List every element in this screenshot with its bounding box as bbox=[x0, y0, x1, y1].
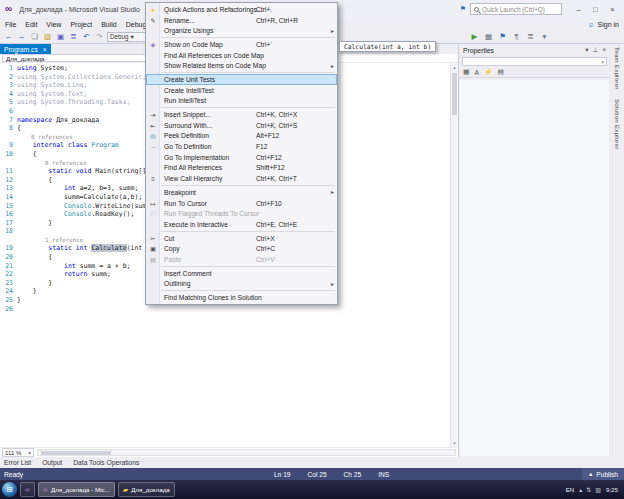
tab-program-cs[interactable]: Program.cs × bbox=[0, 44, 51, 54]
line-number[interactable]: 26 bbox=[0, 305, 17, 314]
action-center-icon[interactable]: ▥ bbox=[595, 486, 601, 493]
codelens-references[interactable]: 1 reference bbox=[17, 237, 83, 243]
taskbar-pinned-vs[interactable]: ∞ bbox=[20, 482, 35, 497]
context-menu-item-insert-snippet[interactable]: ⇥Insert Snippet...Ctrl+K, Ctrl+X bbox=[146, 109, 337, 120]
context-menu-item-show-on-code-map[interactable]: ◈Show on Code MapCtrl+` bbox=[146, 39, 337, 50]
open-file-icon[interactable]: ▨ bbox=[43, 32, 52, 41]
solution-configuration-dropdown[interactable]: Debug ▾ bbox=[107, 32, 149, 42]
menu-item-edit[interactable]: Edit bbox=[25, 21, 37, 28]
pin-icon[interactable]: ⊥ bbox=[593, 46, 599, 54]
scroll-down-icon[interactable]: ▾ bbox=[453, 440, 456, 446]
line-number[interactable]: 14 bbox=[0, 193, 17, 202]
new-file-icon[interactable]: ❏ bbox=[30, 32, 39, 41]
close-button[interactable]: × bbox=[608, 5, 617, 14]
context-menu-item-find-matching-clones-in-solution[interactable]: Find Matching Clones in Solution bbox=[146, 292, 337, 303]
categorized-icon[interactable]: ▦ bbox=[463, 68, 469, 76]
menu-item-file[interactable]: File bbox=[5, 21, 16, 28]
save-all-icon[interactable]: ≣ bbox=[69, 32, 78, 41]
line-number[interactable] bbox=[0, 133, 17, 142]
comment-icon[interactable]: ¶ bbox=[512, 32, 521, 41]
language-indicator[interactable]: EN bbox=[566, 486, 575, 493]
context-menu-item-surround-with[interactable]: ⇤Surround With...Ctrl+K, Ctrl+S bbox=[146, 120, 337, 131]
context-menu-item-go-to-definition[interactable]: →Go To DefinitionF12 bbox=[146, 141, 337, 152]
context-menu-item-peek-definition[interactable]: ◎Peek DefinitionAlt+F12 bbox=[146, 131, 337, 142]
maximize-button[interactable]: □ bbox=[591, 5, 600, 14]
project-dropdown[interactable]: Для_доклада ▾ bbox=[2, 54, 162, 62]
line-number[interactable]: 11 bbox=[0, 167, 17, 176]
scrollbar-thumb[interactable] bbox=[41, 451, 111, 455]
sign-in-button[interactable]: ☺ Sign in bbox=[587, 21, 619, 28]
context-menu-item-execute-in-interactive[interactable]: Execute in InteractiveCtrl+E, Ctrl+E bbox=[146, 219, 337, 230]
context-menu-item-find-all-references-on-code-map[interactable]: Find All References on Code Map bbox=[146, 50, 337, 61]
alphabetical-icon[interactable]: A bbox=[474, 69, 479, 76]
context-menu-item-insert-comment[interactable]: Insert Comment bbox=[146, 268, 337, 279]
navigate-forward-icon[interactable]: → bbox=[17, 32, 26, 41]
line-number[interactable]: 21 bbox=[0, 262, 17, 271]
line-number[interactable]: 17 bbox=[0, 219, 17, 228]
line-number[interactable]: 19 bbox=[0, 244, 17, 253]
undo-icon[interactable]: ↶ bbox=[82, 32, 91, 41]
line-number[interactable]: 20 bbox=[0, 253, 17, 262]
vertical-scrollbar[interactable]: ▴ ▾ bbox=[450, 63, 458, 447]
minimize-button[interactable]: – bbox=[574, 5, 583, 14]
context-menu-item-go-to-implementation[interactable]: Go To ImplementationCtrl+F12 bbox=[146, 152, 337, 163]
scrollbar-thumb[interactable] bbox=[452, 73, 457, 115]
feedback-icon[interactable]: ⚑ bbox=[460, 5, 466, 13]
line-number[interactable]: 15 bbox=[0, 202, 17, 211]
redo-icon[interactable]: ↷ bbox=[95, 32, 104, 41]
context-menu-item-cut[interactable]: ✂CutCtrl+X bbox=[146, 233, 337, 244]
events-icon[interactable]: ⚡ bbox=[484, 68, 493, 76]
context-menu-item-view-call-hierarchy[interactable]: ≡View Call HierarchyCtrl+K, Ctrl+T bbox=[146, 173, 337, 184]
panel-tab-data-tools-operations[interactable]: Data Tools Operations bbox=[73, 459, 139, 466]
panel-tab-output[interactable]: Output bbox=[42, 459, 62, 466]
save-icon[interactable]: ▣ bbox=[56, 32, 65, 41]
menu-item-view[interactable]: View bbox=[46, 21, 61, 28]
property-pages-icon[interactable]: ▤ bbox=[497, 68, 503, 76]
context-menu-item-run-intellitest[interactable]: Run IntelliTest bbox=[146, 96, 337, 107]
line-number[interactable]: 4 bbox=[0, 90, 17, 99]
scroll-up-icon[interactable]: ▴ bbox=[453, 64, 456, 70]
line-number[interactable]: 7 bbox=[0, 116, 17, 125]
navigate-backward-icon[interactable]: ← bbox=[4, 32, 13, 41]
line-number[interactable]: 16 bbox=[0, 210, 17, 219]
quick-launch-input[interactable]: Quick Launch (Ctrl+Q) bbox=[470, 3, 562, 15]
code-map-toolbar-icon[interactable]: ▦ bbox=[484, 32, 493, 41]
line-number[interactable]: 2 bbox=[0, 73, 17, 82]
taskbar-folder-window-button[interactable]: ▰Для_доклада bbox=[118, 482, 175, 497]
context-menu-item-run-to-cursor[interactable]: ↦Run To CursorCtrl+F10 bbox=[146, 198, 337, 209]
line-number[interactable]: 6 bbox=[0, 107, 17, 116]
line-number[interactable]: 9 bbox=[0, 141, 17, 150]
context-menu-item-outlining[interactable]: Outlining▸ bbox=[146, 279, 337, 290]
tool-tab-solution-explorer[interactable]: Solution Explorer bbox=[614, 99, 621, 150]
panel-tab-error-list[interactable]: Error List bbox=[4, 459, 31, 466]
context-menu-item-create-unit-tests[interactable]: Create Unit Tests bbox=[146, 74, 337, 85]
context-menu-item-breakpoint[interactable]: Breakpoint▸ bbox=[146, 187, 337, 198]
tool-tab-team-explorer[interactable]: Team Explorer bbox=[614, 47, 621, 90]
tab-close-icon[interactable]: × bbox=[43, 46, 47, 53]
properties-grid[interactable] bbox=[460, 80, 609, 456]
context-menu-item-create-intellitest[interactable]: Create IntelliTest bbox=[146, 85, 337, 96]
line-number[interactable]: 18 bbox=[0, 227, 17, 236]
context-menu-item-organize-usings[interactable]: Organize Usings▸ bbox=[146, 25, 337, 36]
line-number[interactable]: 8 bbox=[0, 124, 17, 133]
start-debug-icon[interactable]: ▶ bbox=[470, 32, 479, 41]
line-number[interactable]: 23 bbox=[0, 279, 17, 288]
taskbar-vs-window-button[interactable]: ∞Для_доклада - Mic... bbox=[38, 482, 115, 497]
line-number[interactable]: 12 bbox=[0, 176, 17, 185]
start-button[interactable]: ⊞ bbox=[2, 482, 17, 497]
context-menu-item-rename[interactable]: ✎Rename...Ctrl+R, Ctrl+R bbox=[146, 15, 337, 26]
outline-icon[interactable]: ≣ bbox=[526, 32, 535, 41]
line-number[interactable] bbox=[0, 236, 17, 245]
line-number[interactable]: 3 bbox=[0, 81, 17, 90]
line-number[interactable]: 25 bbox=[0, 296, 17, 305]
codelens-references[interactable]: 0 references bbox=[17, 134, 73, 140]
zoom-dropdown[interactable]: 111 % ▾ bbox=[2, 448, 34, 457]
line-number[interactable]: 22 bbox=[0, 270, 17, 279]
properties-object-dropdown[interactable]: ▾ bbox=[462, 57, 607, 66]
line-number[interactable]: 13 bbox=[0, 184, 17, 193]
network-icon[interactable]: ⇅ bbox=[586, 486, 591, 493]
clock[interactable]: 9:25 bbox=[606, 486, 618, 493]
context-menu-item-quick-actions-and-refactorings[interactable]: ●Quick Actions and Refactorings...Ctrl+. bbox=[146, 4, 337, 15]
line-number[interactable]: 24 bbox=[0, 287, 17, 296]
menu-item-build[interactable]: Build bbox=[101, 21, 117, 28]
